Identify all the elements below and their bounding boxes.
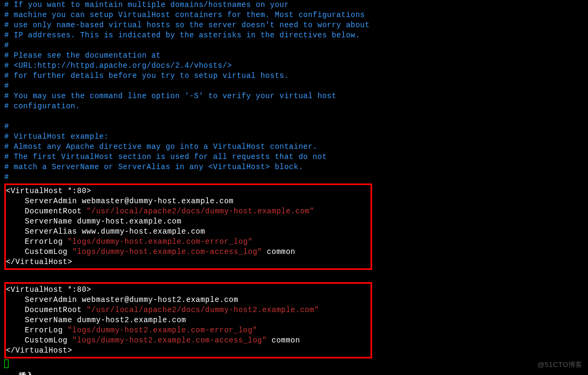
comment-line: # The first VirtualHost section is used … bbox=[4, 152, 584, 162]
comment-line: # use only name-based virtual hosts so t… bbox=[4, 20, 584, 30]
error-log: ErrorLog "logs/dummy-host2.example.com-e… bbox=[6, 325, 370, 336]
vhost-open: <VirtualHost *:80> bbox=[6, 285, 370, 295]
vhost-block-2: <VirtualHost *:80> ServerAdmin webmaster… bbox=[4, 282, 372, 358]
server-alias: ServerAlias www.dummy-host.example.com bbox=[6, 227, 370, 237]
custom-log: CustomLog "logs/dummy-host.example.com-a… bbox=[6, 247, 370, 257]
document-root: DocumentRoot "/usr/local/apache2/docs/du… bbox=[6, 305, 370, 315]
cursor-icon bbox=[4, 360, 9, 368]
comment-line: # bbox=[4, 81, 584, 91]
server-name: ServerName dummy-host2.example.com bbox=[6, 315, 370, 325]
comment-line: # match a ServerName or ServerAlias in a… bbox=[4, 162, 584, 172]
document-root: DocumentRoot "/usr/local/apache2/docs/du… bbox=[6, 206, 370, 217]
server-name: ServerName dummy-host.example.com bbox=[6, 217, 370, 227]
comment-line: # bbox=[4, 172, 584, 182]
terminal-editor[interactable]: # If you want to maintain multiple domai… bbox=[4, 0, 584, 375]
comment-line: # IP addresses. This is indicated by the… bbox=[4, 30, 584, 41]
watermark: @51CTO博客 bbox=[537, 360, 583, 370]
comment-line: # If you want to maintain multiple domai… bbox=[4, 0, 584, 10]
comment-line: # Please see the documentation at bbox=[4, 51, 584, 61]
server-admin: ServerAdmin webmaster@dummy-host2.exampl… bbox=[6, 295, 370, 305]
comment-line: # machine you can setup VirtualHost cont… bbox=[4, 10, 584, 20]
comment-line: # for further details before you try to … bbox=[4, 71, 584, 81]
comment-line: # You may use the command line option '-… bbox=[4, 91, 584, 101]
vhost-open: <VirtualHost *:80> bbox=[6, 186, 370, 196]
error-log: ErrorLog "logs/dummy-host.example.com-er… bbox=[6, 237, 370, 247]
server-admin: ServerAdmin webmaster@dummy-host.example… bbox=[6, 196, 370, 206]
comment-line: # Almost any Apache directive may go int… bbox=[4, 142, 584, 152]
comment-line: # bbox=[4, 41, 584, 51]
custom-log: CustomLog "logs/dummy-host2.example.com-… bbox=[6, 336, 370, 346]
vim-mode-status: -- 插入 -- bbox=[4, 371, 584, 375]
vhost-close: </VirtualHost> bbox=[6, 257, 370, 267]
comment-line: # VirtualHost example: bbox=[4, 132, 584, 142]
comment-line: # <URL:http://httpd.apache.org/docs/2.4/… bbox=[4, 61, 584, 71]
vhost-close: </VirtualHost> bbox=[6, 346, 370, 356]
comment-line: # configuration. bbox=[4, 101, 584, 111]
vhost-block-1: <VirtualHost *:80> ServerAdmin webmaster… bbox=[4, 183, 372, 270]
comment-line: # bbox=[4, 122, 584, 132]
